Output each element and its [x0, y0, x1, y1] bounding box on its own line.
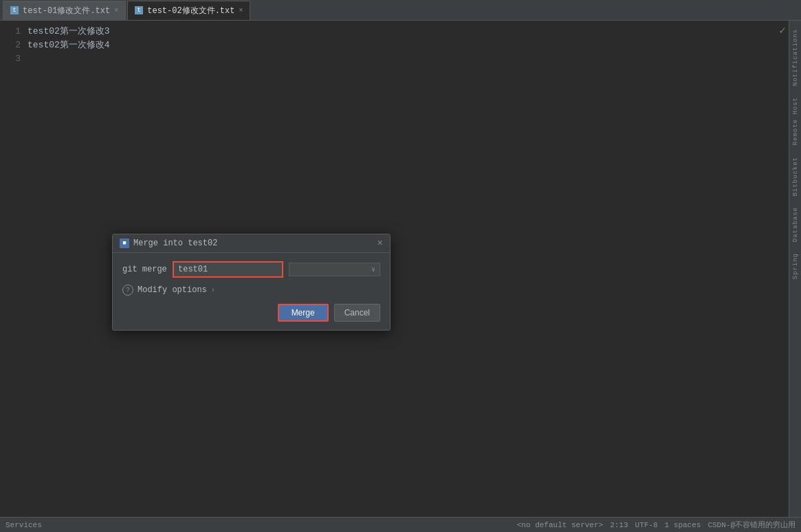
- status-watermark: CSDN-@不容错用的穷山用: [707, 520, 795, 530]
- editor-content: 1 2 3 test02第一次修改3 test02第一次修改4: [0, 21, 801, 66]
- merge-dialog: ■ Merge into test02 × git merge ∨ ?: [112, 234, 391, 331]
- tab-close-1[interactable]: ×: [114, 7, 118, 14]
- dialog-title-text: Merge into test02: [133, 239, 217, 248]
- modify-options-link[interactable]: Modify options: [138, 285, 207, 295]
- panel-spring[interactable]: Spring: [792, 253, 799, 279]
- modify-options-arrow-icon: ›: [211, 287, 215, 294]
- help-icon[interactable]: ?: [122, 285, 133, 296]
- tab-file-2[interactable]: t test-02修改文件.txt ×: [127, 1, 250, 20]
- modify-options-row: ? Modify options ›: [122, 285, 380, 296]
- git-merge-row: git merge ∨: [122, 261, 380, 278]
- merge-button[interactable]: Merge: [278, 304, 329, 322]
- status-left: Services: [6, 521, 42, 529]
- branch-input-wrapper[interactable]: [173, 261, 283, 278]
- status-right: <no default server> 2:13 UTF-8 1 spaces …: [517, 520, 795, 530]
- dialog-close-button[interactable]: ×: [377, 239, 383, 248]
- tab-close-2[interactable]: ×: [239, 7, 243, 14]
- code-line-2: test02第一次修改4: [28, 38, 110, 52]
- checkmark-icon: ✓: [779, 23, 786, 37]
- status-encoding: UTF-8: [635, 521, 658, 529]
- panel-bitbucket[interactable]: Bitbucket: [792, 157, 799, 197]
- git-merge-label: git merge: [122, 265, 167, 274]
- status-position: 2:13: [610, 521, 628, 529]
- panel-remote-host[interactable]: Remote Host: [792, 97, 799, 145]
- line-numbers: 1 2 3: [0, 23, 28, 66]
- branch-input[interactable]: [174, 263, 282, 276]
- panel-database[interactable]: Database: [792, 207, 799, 242]
- line-num-1: 1: [0, 25, 21, 38]
- file-icon-1: t: [10, 6, 19, 14]
- dialog-body: git merge ∨ ? Modify options › Merge Can…: [113, 253, 390, 330]
- dialog-buttons: Merge Cancel: [122, 304, 380, 322]
- line-num-2: 2: [0, 38, 21, 52]
- code-lines[interactable]: test02第一次修改3 test02第一次修改4: [28, 23, 110, 66]
- panel-notifications[interactable]: Notifications: [792, 29, 799, 86]
- tab-label-2: test-02修改文件.txt: [147, 5, 234, 16]
- tab-file-1[interactable]: t test-01修改文件.txt ×: [3, 1, 126, 20]
- line-num-3: 3: [0, 52, 21, 66]
- right-panel: Notifications Remote Host Bitbucket Data…: [789, 21, 801, 532]
- branch-dropdown[interactable]: ∨: [289, 263, 380, 276]
- editor-area: ✓ 1 2 3 test02第一次修改3 test02第一次修改4 Notifi…: [0, 21, 801, 517]
- cancel-button[interactable]: Cancel: [334, 304, 380, 322]
- chevron-down-icon: ∨: [371, 265, 375, 274]
- file-icon-2: t: [135, 6, 143, 14]
- code-line-3: [28, 52, 110, 66]
- tab-label-1: test-01修改文件.txt: [23, 5, 110, 16]
- dialog-app-icon: ■: [120, 239, 129, 248]
- status-services[interactable]: Services: [6, 521, 42, 529]
- dialog-title-left: ■ Merge into test02: [120, 239, 217, 248]
- status-server: <no default server>: [517, 521, 603, 529]
- dialog-title-bar: ■ Merge into test02 ×: [113, 234, 390, 253]
- tab-bar: t test-01修改文件.txt × t test-02修改文件.txt ×: [0, 0, 801, 21]
- code-line-1: test02第一次修改3: [28, 25, 110, 38]
- status-line-ending: 1 spaces: [665, 521, 701, 529]
- status-bar: Services <no default server> 2:13 UTF-8 …: [0, 517, 801, 532]
